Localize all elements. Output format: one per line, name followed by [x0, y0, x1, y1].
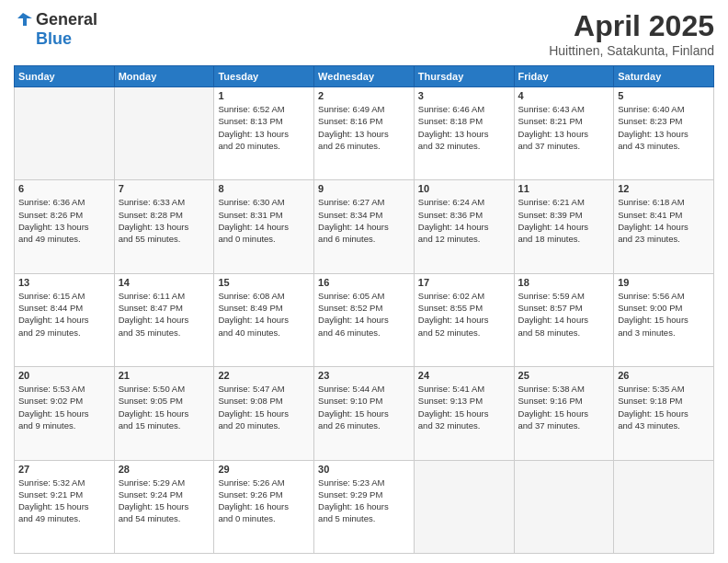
- day-info: Sunrise: 6:15 AM Sunset: 8:44 PM Dayligh…: [18, 290, 110, 339]
- day-info: Sunrise: 5:38 AM Sunset: 9:16 PM Dayligh…: [518, 383, 610, 431]
- day-info: Sunrise: 5:53 AM Sunset: 9:02 PM Dayligh…: [18, 383, 110, 431]
- day-number: 12: [618, 183, 710, 194]
- month-year: April 2025: [549, 9, 714, 43]
- day-info: Sunrise: 5:26 AM Sunset: 9:26 PM Dayligh…: [218, 477, 310, 525]
- weekday-header-tuesday: Tuesday: [214, 66, 314, 87]
- weekday-header-saturday: Saturday: [614, 66, 714, 87]
- logo-bird-icon: [14, 9, 34, 29]
- day-number: 5: [618, 90, 710, 101]
- day-number: 19: [618, 277, 710, 288]
- day-cell: [114, 87, 214, 180]
- weekday-header-friday: Friday: [514, 66, 614, 87]
- weekday-header-wednesday: Wednesday: [314, 66, 415, 87]
- day-cell: 21Sunrise: 5:50 AM Sunset: 9:05 PM Dayli…: [114, 367, 214, 460]
- day-cell: 20Sunrise: 5:53 AM Sunset: 9:02 PM Dayli…: [15, 367, 115, 460]
- week-row-1: 6Sunrise: 6:36 AM Sunset: 8:26 PM Daylig…: [15, 180, 714, 273]
- day-info: Sunrise: 5:50 AM Sunset: 9:05 PM Dayligh…: [119, 383, 210, 431]
- day-info: Sunrise: 6:30 AM Sunset: 8:31 PM Dayligh…: [218, 196, 310, 245]
- day-info: Sunrise: 6:05 AM Sunset: 8:52 PM Dayligh…: [318, 290, 410, 339]
- weekday-header-monday: Monday: [114, 66, 214, 87]
- day-info: Sunrise: 5:44 AM Sunset: 9:10 PM Dayligh…: [318, 383, 410, 431]
- day-number: 25: [518, 370, 610, 381]
- day-cell: 24Sunrise: 5:41 AM Sunset: 9:13 PM Dayli…: [414, 367, 514, 460]
- day-number: 22: [218, 370, 310, 381]
- day-number: 26: [618, 370, 710, 381]
- day-info: Sunrise: 6:27 AM Sunset: 8:34 PM Dayligh…: [318, 196, 410, 245]
- week-row-2: 13Sunrise: 6:15 AM Sunset: 8:44 PM Dayli…: [15, 273, 714, 366]
- day-info: Sunrise: 6:36 AM Sunset: 8:26 PM Dayligh…: [18, 196, 110, 245]
- day-info: Sunrise: 6:33 AM Sunset: 8:28 PM Dayligh…: [119, 196, 210, 245]
- day-number: 17: [418, 277, 510, 288]
- logo: General Blue: [14, 9, 97, 49]
- day-number: 18: [518, 277, 610, 288]
- calendar-table: SundayMondayTuesdayWednesdayThursdayFrid…: [14, 65, 714, 554]
- day-number: 7: [119, 183, 210, 194]
- day-info: Sunrise: 5:56 AM Sunset: 9:00 PM Dayligh…: [618, 290, 710, 339]
- day-cell: 16Sunrise: 6:05 AM Sunset: 8:52 PM Dayli…: [314, 273, 415, 366]
- day-info: Sunrise: 6:49 AM Sunset: 8:16 PM Dayligh…: [318, 103, 410, 152]
- day-number: 4: [518, 90, 610, 101]
- day-info: Sunrise: 6:43 AM Sunset: 8:21 PM Dayligh…: [518, 103, 610, 152]
- day-info: Sunrise: 5:47 AM Sunset: 9:08 PM Dayligh…: [218, 383, 310, 431]
- day-cell: 22Sunrise: 5:47 AM Sunset: 9:08 PM Dayli…: [214, 367, 314, 460]
- title-block: April 2025 Huittinen, Satakunta, Finland: [549, 9, 714, 58]
- day-info: Sunrise: 6:40 AM Sunset: 8:23 PM Dayligh…: [618, 103, 710, 152]
- day-number: 9: [318, 183, 410, 194]
- day-number: 14: [119, 277, 210, 288]
- day-cell: 5Sunrise: 6:40 AM Sunset: 8:23 PM Daylig…: [614, 87, 714, 180]
- day-info: Sunrise: 6:02 AM Sunset: 8:55 PM Dayligh…: [418, 290, 510, 339]
- day-cell: 17Sunrise: 6:02 AM Sunset: 8:55 PM Dayli…: [414, 273, 514, 366]
- day-number: 16: [318, 277, 410, 288]
- day-cell: [614, 460, 714, 553]
- logo-container: General Blue: [14, 9, 97, 49]
- day-info: Sunrise: 5:29 AM Sunset: 9:24 PM Dayligh…: [119, 477, 210, 525]
- day-cell: 25Sunrise: 5:38 AM Sunset: 9:16 PM Dayli…: [514, 367, 614, 460]
- location: Huittinen, Satakunta, Finland: [549, 43, 714, 58]
- day-cell: 8Sunrise: 6:30 AM Sunset: 8:31 PM Daylig…: [214, 180, 314, 273]
- day-number: 24: [418, 370, 510, 381]
- day-cell: [15, 87, 115, 180]
- day-number: 2: [318, 90, 410, 101]
- day-number: 27: [18, 464, 110, 475]
- day-cell: 3Sunrise: 6:46 AM Sunset: 8:18 PM Daylig…: [414, 87, 514, 180]
- day-cell: 11Sunrise: 6:21 AM Sunset: 8:39 PM Dayli…: [514, 180, 614, 273]
- day-info: Sunrise: 5:41 AM Sunset: 9:13 PM Dayligh…: [418, 383, 510, 431]
- day-cell: 26Sunrise: 5:35 AM Sunset: 9:18 PM Dayli…: [614, 367, 714, 460]
- day-info: Sunrise: 5:32 AM Sunset: 9:21 PM Dayligh…: [18, 477, 110, 525]
- weekday-header-sunday: Sunday: [15, 66, 115, 87]
- weekday-header-thursday: Thursday: [414, 66, 514, 87]
- week-row-3: 20Sunrise: 5:53 AM Sunset: 9:02 PM Dayli…: [15, 367, 714, 460]
- day-number: 8: [218, 183, 310, 194]
- day-info: Sunrise: 6:52 AM Sunset: 8:13 PM Dayligh…: [218, 103, 310, 152]
- page: General Blue April 2025 Huittinen, Satak…: [0, 0, 728, 563]
- day-cell: 29Sunrise: 5:26 AM Sunset: 9:26 PM Dayli…: [214, 460, 314, 553]
- day-number: 3: [418, 90, 510, 101]
- day-cell: 14Sunrise: 6:11 AM Sunset: 8:47 PM Dayli…: [114, 273, 214, 366]
- day-number: 6: [18, 183, 110, 194]
- day-info: Sunrise: 5:59 AM Sunset: 8:57 PM Dayligh…: [518, 290, 610, 339]
- day-number: 23: [318, 370, 410, 381]
- week-row-4: 27Sunrise: 5:32 AM Sunset: 9:21 PM Dayli…: [15, 460, 714, 553]
- day-info: Sunrise: 6:18 AM Sunset: 8:41 PM Dayligh…: [618, 196, 710, 245]
- svg-marker-0: [17, 13, 32, 26]
- day-cell: 28Sunrise: 5:29 AM Sunset: 9:24 PM Dayli…: [114, 460, 214, 553]
- day-cell: 12Sunrise: 6:18 AM Sunset: 8:41 PM Dayli…: [614, 180, 714, 273]
- day-cell: 6Sunrise: 6:36 AM Sunset: 8:26 PM Daylig…: [15, 180, 115, 273]
- day-cell: 13Sunrise: 6:15 AM Sunset: 8:44 PM Dayli…: [15, 273, 115, 366]
- day-cell: 2Sunrise: 6:49 AM Sunset: 8:16 PM Daylig…: [314, 87, 415, 180]
- day-number: 30: [318, 464, 410, 475]
- day-number: 28: [119, 464, 210, 475]
- day-number: 13: [18, 277, 110, 288]
- day-cell: 15Sunrise: 6:08 AM Sunset: 8:49 PM Dayli…: [214, 273, 314, 366]
- header: General Blue April 2025 Huittinen, Satak…: [14, 9, 714, 58]
- day-info: Sunrise: 6:08 AM Sunset: 8:49 PM Dayligh…: [218, 290, 310, 339]
- day-cell: 10Sunrise: 6:24 AM Sunset: 8:36 PM Dayli…: [414, 180, 514, 273]
- day-info: Sunrise: 6:21 AM Sunset: 8:39 PM Dayligh…: [518, 196, 610, 245]
- day-number: 29: [218, 464, 310, 475]
- day-number: 10: [418, 183, 510, 194]
- weekday-header-row: SundayMondayTuesdayWednesdayThursdayFrid…: [15, 66, 714, 87]
- day-number: 15: [218, 277, 310, 288]
- day-cell: 7Sunrise: 6:33 AM Sunset: 8:28 PM Daylig…: [114, 180, 214, 273]
- day-info: Sunrise: 6:24 AM Sunset: 8:36 PM Dayligh…: [418, 196, 510, 245]
- day-number: 1: [218, 90, 310, 101]
